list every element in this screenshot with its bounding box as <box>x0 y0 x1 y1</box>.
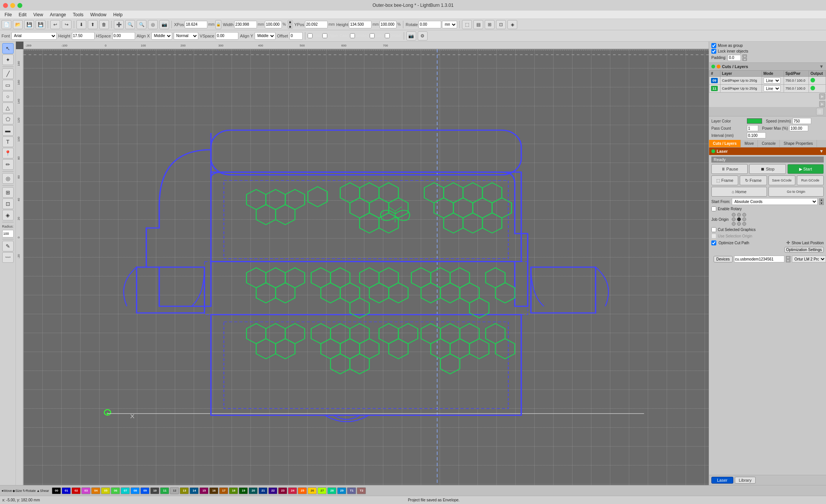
laser-mode-button[interactable]: Laser <box>711 477 733 484</box>
color-chip-t1[interactable]: T1 <box>347 487 356 494</box>
canvas-background[interactable]: X <box>23 49 709 485</box>
color-chip-03[interactable]: 03 <box>81 487 90 494</box>
save-button[interactable]: 💾 <box>24 20 34 29</box>
device-port-down[interactable]: ▼ <box>786 259 790 262</box>
color-chip-t2[interactable]: T2 <box>357 487 366 494</box>
layer-mode-cell[interactable]: Line <box>762 85 784 93</box>
frame1-button[interactable]: ⬚ Frame <box>711 175 738 185</box>
layer-output-indicator[interactable] <box>810 86 815 90</box>
color-chip-23[interactable]: 23 <box>278 487 287 494</box>
color-chip-27[interactable]: 27 <box>317 487 327 494</box>
color-chip-07[interactable]: 07 <box>121 487 130 494</box>
menu-help[interactable]: Help <box>110 11 126 18</box>
close-button[interactable] <box>3 3 8 8</box>
menu-edit[interactable]: Edit <box>16 11 30 18</box>
width-input[interactable] <box>234 21 257 28</box>
run-gcode-button[interactable]: Run GCode <box>797 175 824 185</box>
color-chip-17[interactable]: 17 <box>219 487 228 494</box>
tool6-button[interactable]: ▤ <box>473 20 483 29</box>
text-tool[interactable]: T <box>2 136 14 147</box>
tool5-button[interactable]: ⬚ <box>462 20 472 29</box>
draw-rect-tool[interactable]: ▭ <box>2 80 14 90</box>
color-chip-25[interactable]: 25 <box>298 487 307 494</box>
start-button[interactable]: ▶ Start <box>787 164 824 174</box>
xpos-lock[interactable]: 🔒 <box>215 20 221 29</box>
italic-checkbox[interactable] <box>370 33 375 38</box>
home-button[interactable]: ⌂ Home <box>711 187 767 197</box>
optimization-settings-button[interactable]: Optimization Settings <box>784 247 824 253</box>
menu-window[interactable]: Window <box>87 11 110 18</box>
device-port-input[interactable] <box>734 256 784 262</box>
color-chip-09[interactable]: 09 <box>140 487 149 494</box>
vspace-input[interactable] <box>216 32 238 40</box>
camera-icon[interactable]: 📷 <box>406 31 416 40</box>
color-chip-05[interactable]: 05 <box>101 487 110 494</box>
array-tool[interactable]: ⊞ <box>2 187 14 198</box>
undo-button[interactable]: ↩ <box>50 20 60 29</box>
height-pct-input[interactable] <box>380 21 397 28</box>
layer-mode-select[interactable]: Line <box>764 78 781 84</box>
color-chip-15[interactable]: 15 <box>199 487 208 494</box>
draw-polygon-tool[interactable]: ⬠ <box>2 114 14 124</box>
lock-ratio-bot[interactable]: ▣ <box>288 25 293 29</box>
lock-ratio-top[interactable]: ▣ <box>288 20 293 24</box>
color-chip-24[interactable]: 24 <box>288 487 297 494</box>
color-chip-12[interactable]: 12 <box>170 487 179 494</box>
job-origin-br[interactable] <box>742 222 746 226</box>
draw-rect2-tool[interactable]: ▬ <box>2 125 14 136</box>
offset-input[interactable] <box>289 32 303 40</box>
color-chip-11[interactable]: 11 <box>160 487 169 494</box>
color-chip-04[interactable]: 04 <box>91 487 100 494</box>
color-chip-02[interactable]: 02 <box>72 487 81 494</box>
draw-triangle-tool[interactable]: △ <box>2 102 14 113</box>
rotate-input[interactable] <box>418 21 441 28</box>
color-chip-29[interactable]: 29 <box>337 487 346 494</box>
menu-arrange[interactable]: Arrange <box>47 11 69 18</box>
move-as-group-checkbox[interactable] <box>711 43 716 48</box>
job-origin-ml[interactable] <box>732 217 736 221</box>
path-tool[interactable]: 〰 <box>2 252 14 263</box>
settings-icon[interactable]: ⚙ <box>418 31 428 40</box>
menu-file[interactable]: File <box>2 11 15 18</box>
import-button[interactable]: ⬇ <box>76 20 86 29</box>
draw-circle-tool[interactable]: ○ <box>2 91 14 102</box>
cuts-layers-collapse[interactable]: ▼ <box>819 64 824 69</box>
start-from-select[interactable]: Absolute Coords <box>732 198 818 205</box>
open-button[interactable]: 📂 <box>13 20 23 29</box>
enable-rotary-checkbox[interactable] <box>711 206 716 211</box>
layer-color-swatch[interactable] <box>747 118 762 124</box>
add-button[interactable]: ➕ <box>114 20 124 29</box>
cuts-layers-header[interactable]: Cuts / Layers ▼ <box>709 63 826 70</box>
bold-checkbox[interactable] <box>308 33 313 38</box>
layer-output-indicator[interactable] <box>810 78 815 82</box>
tool9-button[interactable]: ◈ <box>507 20 517 29</box>
color-chip-08[interactable]: 08 <box>131 487 140 494</box>
color-chip-19[interactable]: 19 <box>239 487 248 494</box>
node-edit-tool[interactable]: ◈ <box>2 210 14 220</box>
collapse-right-arrow[interactable]: ▶ <box>819 93 825 99</box>
laser-header[interactable]: Laser ▼ <box>709 147 826 155</box>
color-chip-00[interactable]: 00 <box>52 487 61 494</box>
tool8-button[interactable]: ⊡ <box>496 20 506 29</box>
speed-input[interactable] <box>792 118 811 124</box>
stop-button[interactable]: ⏹ Stop <box>749 164 786 174</box>
tab-shape-properties[interactable]: Shape Properties <box>780 140 817 147</box>
distort-checkbox[interactable] <box>385 33 390 38</box>
circle2-tool[interactable]: ◎ <box>2 173 14 184</box>
pause-button[interactable]: ⏸ Pause <box>711 164 748 174</box>
cut-selected-checkbox[interactable] <box>711 227 716 232</box>
select-tool[interactable]: ↖ <box>2 43 14 54</box>
job-origin-bl[interactable] <box>732 222 736 226</box>
rotate-unit-select[interactable]: mm <box>442 21 457 28</box>
job-origin-tl[interactable] <box>732 213 736 217</box>
start-from-down[interactable]: ▼ <box>819 202 824 205</box>
tab-move[interactable]: Move <box>741 140 758 147</box>
color-chip-28[interactable]: 28 <box>327 487 336 494</box>
edit-nodes-tool[interactable]: ✦ <box>2 54 14 65</box>
tool4-button[interactable]: 📷 <box>159 20 169 29</box>
color-chip-22[interactable]: 22 <box>268 487 277 494</box>
pencil2-tool[interactable]: ✎ <box>2 241 14 251</box>
table-row[interactable]: 09 Card/Paper Up to 250g Line 750.0 / 10… <box>709 77 826 85</box>
redo-button[interactable]: ↪ <box>62 20 72 29</box>
laser-collapse[interactable]: ▼ <box>819 149 824 154</box>
